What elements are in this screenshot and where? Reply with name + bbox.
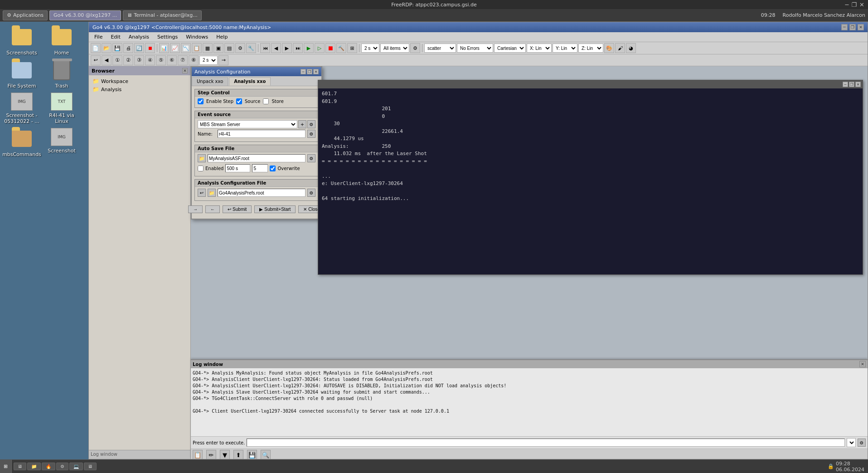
log-icon-3[interactable]: ▼ (220, 450, 230, 459)
tb2-4[interactable]: ④ (145, 55, 155, 65)
tab-unpack-xxo[interactable]: Unpack xxo (192, 77, 228, 86)
tb-open[interactable]: 📂 (102, 43, 112, 53)
auto-save-config-btn[interactable]: ⚙ (307, 154, 315, 162)
config-file-folder-btn[interactable]: 📁 (208, 189, 216, 197)
log-exec-btn[interactable]: ⚙ (858, 439, 866, 447)
tb-step-prev[interactable]: ◀ (271, 43, 281, 53)
tb-more1[interactable]: ⚙ (235, 43, 245, 53)
desktop-icon-mbscommands[interactable]: mbsCommands (4, 128, 40, 157)
taskbar-item-6[interactable]: 🖥 (84, 463, 97, 470)
tb2-5[interactable]: ⑤ (156, 55, 166, 65)
auto-save-folder-btn[interactable]: 📁 (198, 154, 206, 162)
go4-minimize-btn[interactable]: ─ (841, 24, 848, 30)
tb-y-select[interactable]: Y: Lin (553, 44, 577, 53)
tb2-6[interactable]: ⑥ (167, 55, 177, 65)
tb-stop[interactable]: ⏹ (145, 43, 155, 53)
tb-items-select[interactable]: All items (380, 44, 409, 53)
taskbar-item-2[interactable]: 📁 (27, 463, 41, 470)
menu-edit[interactable]: Edit (107, 33, 124, 41)
start-button[interactable]: ⊞ (0, 460, 12, 473)
out-minimize-btn[interactable]: ─ (843, 82, 848, 87)
dialog-restore-btn[interactable]: ❐ (307, 69, 312, 74)
tb2-prev[interactable]: ◀ (102, 55, 112, 65)
terminal-window-btn[interactable]: 🖥 Terminal - atplaser@lxg... (123, 10, 201, 20)
tb-palette3[interactable]: ◕ (626, 43, 636, 53)
freerdp-minimize[interactable]: ─ (845, 1, 849, 8)
desktop-icon-filesystem[interactable]: File System (4, 59, 40, 89)
tree-analysis[interactable]: 📁 Analysis (91, 85, 189, 93)
tb-scatter-select[interactable]: scatter (424, 44, 456, 53)
tb-grid[interactable]: ⊞ (347, 43, 357, 53)
tb-x-select[interactable]: X: Lin (527, 44, 552, 53)
tb-stop-red[interactable]: ⏹ (325, 43, 335, 53)
log-icon-4[interactable]: ⬆ (233, 450, 243, 459)
freerdp-restore[interactable]: ❐ (851, 1, 857, 8)
tb2-3[interactable]: ③ (134, 55, 144, 65)
tb-chart1[interactable]: 📊 (159, 43, 169, 53)
name-config-btn[interactable]: ⚙ (307, 130, 315, 138)
tb-chart5[interactable]: ▦ (203, 43, 213, 53)
overwrite-checkbox[interactable] (270, 166, 276, 171)
tb2-back[interactable]: ↩ (91, 55, 101, 65)
dialog-minimize-btn[interactable]: ─ (301, 69, 306, 74)
tb-time-select[interactable]: 2 s (361, 44, 379, 53)
tb-z-select[interactable]: Z: Lin (578, 44, 603, 53)
store-checkbox[interactable] (263, 98, 269, 104)
enable-step-checkbox[interactable] (198, 98, 204, 104)
out-close-btn[interactable]: ✕ (855, 82, 861, 87)
tb2-7[interactable]: ⑦ (178, 55, 188, 65)
menu-help[interactable]: Help (213, 33, 231, 41)
auto-save-enabled-checkbox[interactable] (198, 166, 204, 171)
menu-file[interactable]: File (91, 33, 106, 41)
tb2-navigate[interactable]: → (218, 55, 228, 65)
menu-settings[interactable]: Settings (154, 33, 181, 41)
log-icon-2[interactable]: ✏ (206, 450, 216, 459)
tb-play-green2[interactable]: ▷ (315, 43, 325, 53)
desktop-icon-screenshot05[interactable]: IMG Screenshot -05312022 - ... (4, 93, 40, 124)
browser-close-btn[interactable]: ✕ (182, 68, 188, 73)
auto-save-file-input[interactable] (208, 154, 305, 162)
config-file-arrow-btn[interactable]: ↩ (198, 189, 206, 197)
menu-windows[interactable]: Windows (182, 33, 212, 41)
desktop-icon-trash[interactable]: Trash (44, 59, 80, 89)
tb-refresh[interactable]: 🔄 (134, 43, 144, 53)
tb-step-fwd[interactable]: ⏭ (293, 43, 303, 53)
log-history-select[interactable]: ▼ (847, 438, 856, 447)
desktop-icon-screenshots[interactable]: Screenshots (4, 26, 40, 56)
tb-chart6[interactable]: ▣ (213, 43, 223, 53)
tab-analysis-xxo[interactable]: Analysis xxo (229, 77, 271, 86)
server-select[interactable]: MBS Stream Server (198, 120, 297, 128)
tb-cartesian-select[interactable]: Cartesian (494, 44, 526, 53)
taskbar-item-4[interactable]: ⚙ (56, 463, 68, 470)
tree-workspace[interactable]: 📁 Workspace (91, 77, 189, 85)
go4-window-btn[interactable]: Go4 v6.3.00 @lxg1297 ... (49, 10, 121, 20)
applications-menu[interactable]: ⚙ Applications (3, 10, 48, 20)
tb-play-green[interactable]: ▶ (304, 43, 314, 53)
menu-analysis[interactable]: Analysis (125, 33, 153, 41)
desktop-icon-home[interactable]: Home (44, 26, 80, 56)
freerdp-close[interactable]: ✕ (859, 1, 864, 8)
tb-print[interactable]: 🖨 (123, 43, 133, 53)
tb-errors-select[interactable]: No Errors (457, 44, 493, 53)
name-input[interactable] (218, 130, 305, 138)
go4-close-btn[interactable]: ✕ (858, 24, 864, 30)
server-add-btn[interactable]: + (298, 120, 306, 128)
tb-chart4[interactable]: 📋 (192, 43, 202, 53)
taskbar-item-1[interactable]: 🖥 (14, 463, 26, 470)
tb2-8[interactable]: ⑧ (189, 55, 199, 65)
log-command-input[interactable] (247, 439, 845, 447)
log-icon-6[interactable]: 🔍 (261, 450, 271, 459)
config-file-input[interactable] (218, 189, 305, 197)
dialog-close-btn[interactable]: ✕ (313, 69, 319, 74)
tb-step-back[interactable]: ⏮ (260, 43, 270, 53)
tb-new[interactable]: 📄 (91, 43, 101, 53)
taskbar-item-3[interactable]: 🔥 (42, 463, 55, 470)
taskbar-item-5[interactable]: 💻 (69, 463, 83, 470)
tb-chart2[interactable]: 📈 (170, 43, 180, 53)
submit-start-btn[interactable]: ▶ Submit+Start (254, 205, 296, 213)
tb2-2[interactable]: ② (123, 55, 133, 65)
desktop-icon-screenshot2[interactable]: IMG Screenshot (44, 128, 80, 157)
log-icon-5[interactable]: 💾 (247, 450, 257, 459)
submit-btn[interactable]: ↩ Submit (223, 205, 252, 213)
tb-step-next[interactable]: ▶ (282, 43, 292, 53)
